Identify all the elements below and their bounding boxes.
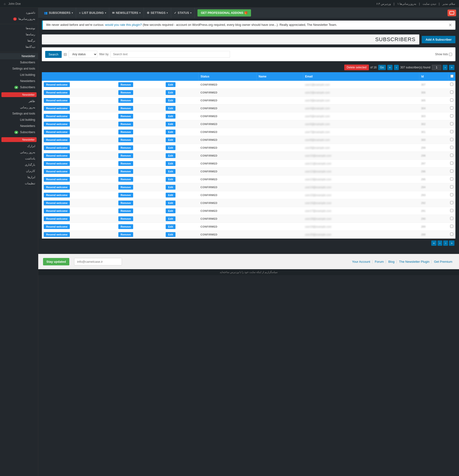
sidebar-item-appearance[interactable]: ظاهر xyxy=(0,98,38,104)
row-checkbox[interactable] xyxy=(450,146,453,149)
edit-button[interactable]: Edit xyxy=(166,232,176,237)
sidebar-item-updates-2[interactable]: به‌روز رسانی xyxy=(0,149,38,155)
sidebar-item-newsletters-2[interactable]: Newsletters xyxy=(0,123,38,129)
remove-button[interactable]: Remove xyxy=(118,90,133,95)
sidebar-item-subscribers-active-1[interactable]: Subscribers ● xyxy=(0,84,38,90)
edit-button[interactable]: Edit xyxy=(166,153,176,158)
resend-welcome-button[interactable]: Resend welcome xyxy=(44,169,70,174)
wp-logo-icon[interactable]: ⌂ xyxy=(4,2,6,6)
bottom-page-next-button[interactable]: › xyxy=(443,240,448,246)
remove-button[interactable]: Remove xyxy=(118,216,133,221)
edit-button[interactable]: Edit xyxy=(166,193,176,197)
sidebar-item-newsletters-1[interactable]: Newsletters xyxy=(0,78,38,84)
remove-button[interactable]: Remove xyxy=(118,185,133,190)
edit-button[interactable]: Edit xyxy=(166,82,176,87)
row-checkbox[interactable] xyxy=(450,91,453,94)
page-prev-button[interactable]: ‹ xyxy=(394,65,399,70)
row-checkbox[interactable] xyxy=(450,209,453,212)
footer-link-account[interactable]: Your Account xyxy=(350,260,373,264)
nav-item-status[interactable]: ✓ STATUS ▾ xyxy=(171,8,195,18)
add-subscriber-button[interactable]: Add A Subscriber xyxy=(422,36,455,43)
remove-button[interactable]: Remove xyxy=(118,193,133,197)
edit-button[interactable]: Edit xyxy=(166,137,176,142)
filter-icon[interactable]: ⊟ xyxy=(64,52,67,57)
resend-welcome-button[interactable]: Resend welcome xyxy=(44,161,70,166)
bottom-page-last-button[interactable]: » xyxy=(449,240,454,246)
sidebar-item-settings-3[interactable]: تنظیمات xyxy=(0,180,38,187)
edit-button[interactable]: Edit xyxy=(166,208,176,213)
go-button[interactable]: Go xyxy=(378,65,386,70)
notice-link[interactable]: would you rate this plugin? xyxy=(105,23,142,26)
row-checkbox[interactable] xyxy=(450,177,453,180)
edit-button[interactable]: Edit xyxy=(166,114,176,119)
footer-email-input[interactable] xyxy=(74,258,122,265)
show-lists-checkbox[interactable] xyxy=(449,53,452,56)
row-checkbox[interactable] xyxy=(450,201,453,204)
remove-button[interactable]: Remove xyxy=(118,137,133,142)
remove-button[interactable]: Remove xyxy=(118,153,133,158)
sidebar-item-settings-2[interactable]: Settings and tools xyxy=(0,110,38,117)
footer-link-forum[interactable]: Forum xyxy=(373,260,386,264)
nav-item-subscribers[interactable]: 👥 SUBSCRIBERS ▾ xyxy=(41,8,76,18)
edit-button[interactable]: Edit xyxy=(166,161,176,166)
edit-button[interactable]: Edit xyxy=(166,169,176,174)
remove-button[interactable]: Remove xyxy=(118,177,133,182)
remove-button[interactable]: Remove xyxy=(118,98,133,103)
sidebar-item-subscribers-1[interactable]: Subscribers xyxy=(0,59,38,66)
site-name[interactable]: John Doe xyxy=(8,2,21,6)
sidebar-item-list-building-1[interactable]: List building xyxy=(0,72,38,78)
admin-bar-updates[interactable]: به‌روزرسانی‌ها ۱ xyxy=(397,2,416,6)
edit-button[interactable]: Edit xyxy=(166,90,176,95)
bottom-page-first-button[interactable]: « xyxy=(431,240,437,246)
page-number-input[interactable] xyxy=(432,65,441,70)
row-checkbox[interactable] xyxy=(450,106,453,110)
row-checkbox[interactable] xyxy=(450,154,453,157)
resend-welcome-button[interactable]: Resend welcome xyxy=(44,145,70,150)
edit-button[interactable]: Edit xyxy=(166,106,176,111)
row-checkbox[interactable] xyxy=(450,170,453,173)
resend-welcome-button[interactable]: Resend welcome xyxy=(44,216,70,221)
resend-welcome-button[interactable]: Resend welcome xyxy=(44,232,70,237)
resend-welcome-button[interactable]: Resend welcome xyxy=(44,185,70,190)
resend-welcome-button[interactable]: Resend welcome xyxy=(44,201,70,205)
edit-button[interactable]: Edit xyxy=(166,98,176,103)
sidebar-item-users[interactable]: کاربران xyxy=(0,168,38,174)
edit-button[interactable]: Edit xyxy=(166,224,176,229)
sidebar-item-subscribers-active-2[interactable]: Subscribers ● xyxy=(0,129,38,135)
page-next-button[interactable]: › xyxy=(443,65,448,70)
resend-welcome-button[interactable]: Resend welcome xyxy=(44,137,70,142)
remove-button[interactable]: Remove xyxy=(118,145,133,150)
resend-welcome-button[interactable]: Resend welcome xyxy=(44,114,70,119)
row-checkbox[interactable] xyxy=(450,162,453,165)
remove-button[interactable]: Remove xyxy=(118,130,133,134)
row-checkbox[interactable] xyxy=(450,83,453,86)
remove-button[interactable]: Remove xyxy=(118,161,133,166)
select-all-checkbox[interactable] xyxy=(450,75,453,78)
resend-welcome-button[interactable]: Resend welcome xyxy=(44,122,70,127)
resend-welcome-button[interactable]: Resend welcome xyxy=(44,153,70,158)
resend-welcome-button[interactable]: Resend welcome xyxy=(44,177,70,182)
edit-button[interactable]: Edit xyxy=(166,122,176,127)
footer-link-newsletter-plugin[interactable]: The Newsletter Plugin xyxy=(397,260,432,264)
page-last-button[interactable]: » xyxy=(449,65,454,70)
edit-button[interactable]: Edit xyxy=(166,177,176,182)
remove-button[interactable]: Remove xyxy=(118,114,133,119)
sidebar-item-newsletter-1[interactable]: Newsletter xyxy=(0,53,38,59)
edit-button[interactable]: Edit xyxy=(166,201,176,205)
edit-button[interactable]: Edit xyxy=(166,145,176,150)
admin-bar-view-site[interactable]: دیدن سایت xyxy=(423,2,436,6)
remove-button[interactable]: Remove xyxy=(118,232,133,237)
row-checkbox[interactable] xyxy=(450,130,453,133)
remove-button[interactable]: Remove xyxy=(118,106,133,111)
remove-button[interactable]: Remove xyxy=(118,122,133,127)
delete-selected-button[interactable]: Delete selected xyxy=(344,65,369,70)
search-text-input[interactable] xyxy=(110,51,230,58)
search-button[interactable]: Search xyxy=(45,51,62,58)
footer-link-premium[interactable]: Get Premium xyxy=(432,260,454,264)
footer-link-blog[interactable]: Blog xyxy=(386,260,397,264)
nav-item-newsletters[interactable]: ✉ NEWSLETTERS ▾ xyxy=(109,8,144,18)
bottom-page-prev-button[interactable]: ‹ xyxy=(437,240,442,246)
resend-welcome-button[interactable]: Resend welcome xyxy=(44,106,70,111)
sidebar-item-notes[interactable]: یادداشت‌ xyxy=(0,155,38,162)
sidebar-item-update-2[interactable]: به‌روز رسانی xyxy=(0,104,38,110)
